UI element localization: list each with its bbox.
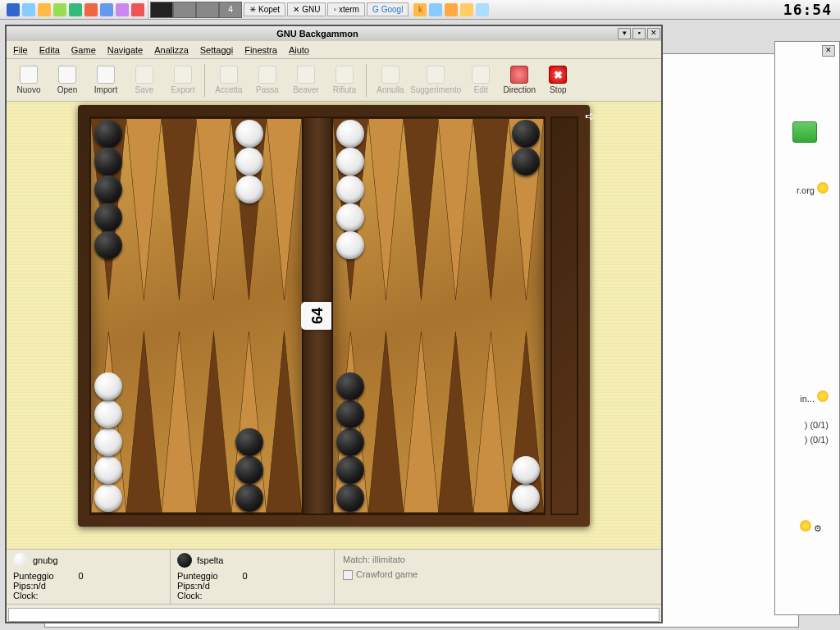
pager-2[interactable]: [173, 2, 196, 18]
checker[interactable]: [94, 456, 122, 484]
tray-icon[interactable]: [131, 3, 144, 16]
checker[interactable]: [94, 484, 122, 512]
checker[interactable]: [512, 456, 540, 484]
titlebar[interactable]: GNU Backgammon ▾ ▪ ✕: [7, 26, 661, 41]
doubling-cube[interactable]: 64: [301, 302, 334, 330]
checker[interactable]: [336, 231, 364, 259]
task-google[interactable]: G Googl: [367, 2, 409, 16]
tray-icon[interactable]: [69, 3, 82, 16]
checker[interactable]: [336, 148, 364, 176]
menu-finestra[interactable]: Finestra: [244, 45, 277, 55]
checker[interactable]: [94, 120, 122, 148]
tool-direction[interactable]: Direction: [500, 62, 538, 99]
menu-file[interactable]: File: [13, 45, 28, 55]
point[interactable]: [91, 331, 126, 514]
home-icon[interactable]: [84, 3, 98, 16]
point[interactable]: [91, 118, 126, 300]
task-kopete[interactable]: ✳ Kopet: [244, 2, 285, 16]
point[interactable]: [404, 118, 439, 300]
board-bar[interactable]: 64: [304, 116, 331, 515]
menu-edita[interactable]: Edita: [39, 45, 60, 55]
tray-icon[interactable]: [476, 3, 489, 16]
folder-icon[interactable]: [792, 121, 817, 143]
checker[interactable]: [94, 176, 122, 203]
checker[interactable]: [235, 428, 263, 456]
minimize-icon[interactable]: ▾: [618, 28, 631, 39]
point[interactable]: [333, 118, 368, 300]
point[interactable]: [162, 118, 197, 300]
point[interactable]: [126, 118, 162, 300]
maximize-icon[interactable]: ▪: [632, 28, 646, 39]
point[interactable]: [509, 331, 544, 514]
board-left-half[interactable]: [89, 116, 304, 515]
checker[interactable]: [336, 203, 364, 231]
checker[interactable]: [94, 148, 122, 176]
tray-icon[interactable]: [460, 3, 473, 16]
checker[interactable]: [235, 456, 263, 484]
point[interactable]: [267, 331, 302, 514]
checker[interactable]: [94, 428, 122, 456]
point[interactable]: [368, 331, 404, 514]
menu-settaggi[interactable]: Settaggi: [200, 45, 233, 55]
tray-icon[interactable]: [100, 3, 113, 16]
point[interactable]: [267, 118, 302, 300]
tray-icon[interactable]: [445, 3, 458, 16]
k-menu-icon[interactable]: [7, 3, 20, 16]
point[interactable]: [196, 118, 231, 300]
point[interactable]: [473, 331, 509, 514]
checker[interactable]: [94, 372, 122, 400]
point[interactable]: [196, 331, 231, 514]
backgammon-board[interactable]: 64: [78, 105, 590, 527]
task-gnu[interactable]: ✕ GNU: [287, 2, 326, 16]
point[interactable]: [126, 331, 162, 514]
checker[interactable]: [94, 231, 122, 259]
tray-icon[interactable]: [22, 3, 35, 16]
menu-game[interactable]: Game: [71, 45, 96, 55]
pager-3[interactable]: [196, 2, 219, 18]
tool-open[interactable]: Open: [48, 62, 86, 99]
point[interactable]: [162, 331, 197, 514]
desktop-pager[interactable]: 4: [150, 2, 242, 18]
tray-k-icon[interactable]: k: [413, 3, 427, 16]
checker[interactable]: [235, 148, 263, 176]
tool-import[interactable]: Import: [87, 62, 125, 99]
menu-analizza[interactable]: Analizza: [154, 45, 189, 55]
pager-1[interactable]: [150, 2, 173, 18]
checker[interactable]: [512, 120, 540, 148]
tray-icon[interactable]: [116, 3, 129, 16]
task-xterm[interactable]: ▫ xterm: [327, 2, 365, 16]
checker[interactable]: [235, 176, 263, 203]
checker[interactable]: [512, 148, 540, 176]
taskbar-clock[interactable]: 16:54: [783, 1, 837, 18]
menu-aiuto[interactable]: Aiuto: [289, 45, 309, 55]
point[interactable]: [473, 118, 509, 300]
close-icon[interactable]: ✕: [647, 28, 660, 39]
checker[interactable]: [336, 484, 364, 512]
checker[interactable]: [336, 120, 364, 148]
point[interactable]: [509, 118, 544, 300]
tray-icon[interactable]: [429, 3, 442, 16]
checker[interactable]: [336, 176, 364, 203]
tray-icon[interactable]: [38, 3, 51, 16]
point[interactable]: [438, 118, 473, 300]
checker[interactable]: [336, 400, 364, 428]
checker[interactable]: [336, 456, 364, 484]
board-right-half[interactable]: [331, 116, 546, 515]
checker[interactable]: [512, 484, 540, 512]
checker[interactable]: [94, 400, 122, 428]
point[interactable]: [368, 118, 404, 300]
menu-navigate[interactable]: Navigate: [107, 45, 143, 55]
tool-nuovo[interactable]: Nuovo: [10, 62, 48, 99]
point[interactable]: [333, 331, 368, 514]
checker[interactable]: [336, 372, 364, 400]
tray-icon[interactable]: [53, 3, 66, 16]
command-input[interactable]: [8, 608, 660, 622]
tool-stop[interactable]: ✖Stop: [539, 62, 577, 99]
point[interactable]: [438, 331, 473, 514]
checker[interactable]: [336, 428, 364, 456]
checker[interactable]: [235, 120, 263, 148]
checker[interactable]: [235, 484, 263, 512]
checker[interactable]: [94, 203, 122, 231]
point[interactable]: [231, 118, 267, 300]
pager-4[interactable]: 4: [219, 2, 242, 18]
